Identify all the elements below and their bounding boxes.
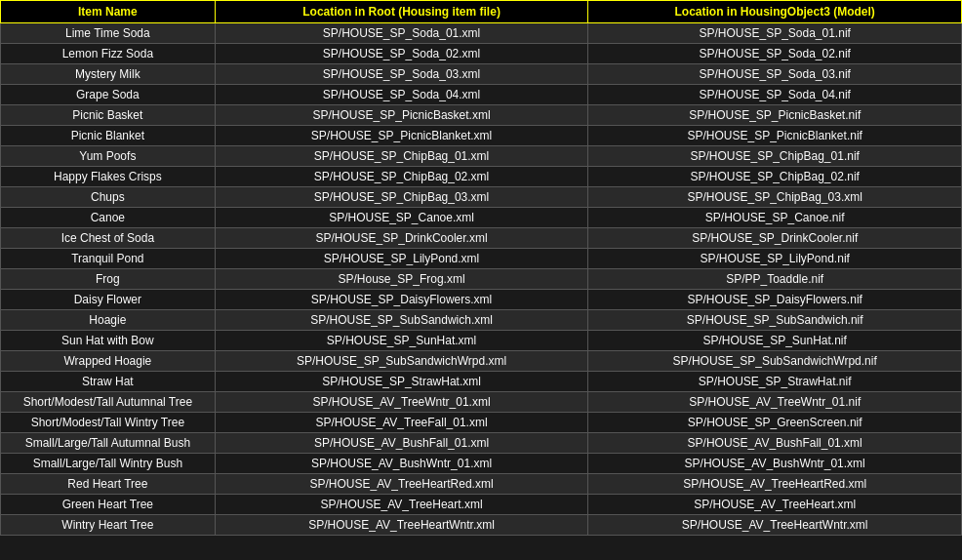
location-model-cell: SP/HOUSE_SP_ChipBag_01.nif <box>588 146 962 167</box>
table-row: Daisy FlowerSP/HOUSE_SP_DaisyFlowers.xml… <box>1 290 962 310</box>
location-model-cell: SP/HOUSE_SP_DrinkCooler.nif <box>588 228 962 249</box>
location-root-cell: SP/HOUSE_AV_TreeHeart.xml <box>215 495 588 515</box>
table-row: Wintry Heart TreeSP/HOUSE_AV_TreeHeartWn… <box>1 515 962 536</box>
item-name-cell: Canoe <box>1 208 216 228</box>
location-root-cell: SP/HOUSE_SP_PicnicBlanket.xml <box>215 126 588 146</box>
location-root-cell: SP/HOUSE_SP_DrinkCooler.xml <box>215 228 588 249</box>
location-root-cell: SP/HOUSE_AV_TreeHeartRed.xml <box>215 474 588 495</box>
table-row: Happy Flakes CrispsSP/HOUSE_SP_ChipBag_0… <box>1 167 962 187</box>
location-model-cell: SP/HOUSE_SP_SunHat.nif <box>588 331 962 351</box>
item-name-cell: Short/Modest/Tall Wintry Tree <box>1 413 216 433</box>
location-model-cell: SP/HOUSE_SP_Soda_03.nif <box>588 64 962 85</box>
item-name-cell: Wrapped Hoagie <box>1 351 216 372</box>
location-root-cell: SP/HOUSE_SP_PicnicBasket.xml <box>215 105 588 126</box>
location-root-cell: SP/HOUSE_SP_Soda_02.xml <box>215 44 588 64</box>
item-name-cell: Ice Chest of Soda <box>1 228 216 249</box>
table-row: Straw HatSP/HOUSE_SP_StrawHat.xmlSP/HOUS… <box>1 372 962 392</box>
item-name-cell: Mystery Milk <box>1 64 216 85</box>
item-name-cell: Tranquil Pond <box>1 249 216 269</box>
item-name-cell: Lime Time Soda <box>1 23 216 44</box>
table-row: Ice Chest of SodaSP/HOUSE_SP_DrinkCooler… <box>1 228 962 249</box>
item-name-cell: Grape Soda <box>1 85 216 105</box>
table-row: Green Heart TreeSP/HOUSE_AV_TreeHeart.xm… <box>1 495 962 515</box>
location-root-cell: SP/HOUSE_SP_Soda_04.xml <box>215 85 588 105</box>
table-row: Yum PoofsSP/HOUSE_SP_ChipBag_01.xmlSP/HO… <box>1 146 962 167</box>
item-name-cell: Yum Poofs <box>1 146 216 167</box>
table-row: Picnic BasketSP/HOUSE_SP_PicnicBasket.xm… <box>1 105 962 126</box>
table-row: Short/Modest/Tall Wintry TreeSP/HOUSE_AV… <box>1 413 962 433</box>
location-root-cell: SP/HOUSE_SP_Soda_03.xml <box>215 64 588 85</box>
table-row: Small/Large/Tall Wintry BushSP/HOUSE_AV_… <box>1 454 962 474</box>
location-model-cell: SP/HOUSE_AV_TreeHeart.xml <box>588 495 962 515</box>
location-root-cell: SP/HOUSE_SP_DaisyFlowers.xml <box>215 290 588 310</box>
location-model-cell: SP/HOUSE_SP_GreenScreen.nif <box>588 413 962 433</box>
table-row: Sun Hat with BowSP/HOUSE_SP_SunHat.xmlSP… <box>1 331 962 351</box>
table-row: Lime Time SodaSP/HOUSE_SP_Soda_01.xmlSP/… <box>1 23 962 44</box>
location-root-cell: SP/HOUSE_SP_SunHat.xml <box>215 331 588 351</box>
table-row: Grape SodaSP/HOUSE_SP_Soda_04.xmlSP/HOUS… <box>1 85 962 105</box>
location-root-cell: SP/HOUSE_SP_SubSandwichWrpd.xml <box>215 351 588 372</box>
item-name-cell: Wintry Heart Tree <box>1 515 216 536</box>
location-model-cell: SP/HOUSE_AV_BushFall_01.xml <box>588 433 962 454</box>
location-model-cell: SP/HOUSE_SP_Soda_04.nif <box>588 85 962 105</box>
item-name-cell: Hoagie <box>1 310 216 331</box>
location-model-cell: SP/HOUSE_SP_Soda_01.nif <box>588 23 962 44</box>
location-root-cell: SP/HOUSE_SP_StrawHat.xml <box>215 372 588 392</box>
item-name-cell: Small/Large/Tall Autumnal Bush <box>1 433 216 454</box>
location-model-cell: SP/HOUSE_AV_TreeWntr_01.nif <box>588 392 962 413</box>
location-model-cell: SP/HOUSE_AV_TreeHeartWntr.xml <box>588 515 962 536</box>
item-name-cell: Frog <box>1 269 216 290</box>
item-name-cell: Green Heart Tree <box>1 495 216 515</box>
location-model-cell: SP/HOUSE_SP_PicnicBlanket.nif <box>588 126 962 146</box>
location-model-cell: SP/HOUSE_SP_SubSandwich.nif <box>588 310 962 331</box>
location-root-cell: SP/House_SP_Frog.xml <box>215 269 588 290</box>
location-root-cell: SP/HOUSE_SP_LilyPond.xml <box>215 249 588 269</box>
location-model-cell: SP/HOUSE_SP_ChipBag_03.xml <box>588 187 962 208</box>
item-name-cell: Happy Flakes Crisps <box>1 167 216 187</box>
location-root-cell: SP/HOUSE_AV_BushWntr_01.xml <box>215 454 588 474</box>
table-row: Wrapped HoagieSP/HOUSE_SP_SubSandwichWrp… <box>1 351 962 372</box>
item-name-cell: Picnic Blanket <box>1 126 216 146</box>
table-row: Red Heart TreeSP/HOUSE_AV_TreeHeartRed.x… <box>1 474 962 495</box>
item-name-cell: Daisy Flower <box>1 290 216 310</box>
table-row: Small/Large/Tall Autumnal BushSP/HOUSE_A… <box>1 433 962 454</box>
location-model-cell: SP/HOUSE_SP_ChipBag_02.nif <box>588 167 962 187</box>
table-row: HoagieSP/HOUSE_SP_SubSandwich.xmlSP/HOUS… <box>1 310 962 331</box>
location-root-cell: SP/HOUSE_SP_ChipBag_03.xml <box>215 187 588 208</box>
location-root-cell: SP/HOUSE_SP_SubSandwich.xml <box>215 310 588 331</box>
item-name-cell: Chups <box>1 187 216 208</box>
location-model-cell: SP/HOUSE_AV_BushWntr_01.xml <box>588 454 962 474</box>
item-name-cell: Short/Modest/Tall Autumnal Tree <box>1 392 216 413</box>
location-model-cell: SP/HOUSE_SP_PicnicBasket.nif <box>588 105 962 126</box>
item-name-cell: Lemon Fizz Soda <box>1 44 216 64</box>
item-name-cell: Straw Hat <box>1 372 216 392</box>
item-name-cell: Small/Large/Tall Wintry Bush <box>1 454 216 474</box>
location-root-cell: SP/HOUSE_AV_TreeWntr_01.xml <box>215 392 588 413</box>
location-root-cell: SP/HOUSE_SP_Canoe.xml <box>215 208 588 228</box>
table-row: Short/Modest/Tall Autumnal TreeSP/HOUSE_… <box>1 392 962 413</box>
header-location-root: Location in Root (Housing item file) <box>215 1 588 23</box>
location-model-cell: SP/PP_Toaddle.nif <box>588 269 962 290</box>
item-name-cell: Picnic Basket <box>1 105 216 126</box>
table-row: ChupsSP/HOUSE_SP_ChipBag_03.xmlSP/HOUSE_… <box>1 187 962 208</box>
location-root-cell: SP/HOUSE_SP_ChipBag_01.xml <box>215 146 588 167</box>
location-model-cell: SP/HOUSE_SP_Soda_02.nif <box>588 44 962 64</box>
location-model-cell: SP/HOUSE_SP_SubSandwichWrpd.nif <box>588 351 962 372</box>
table-row: FrogSP/House_SP_Frog.xmlSP/PP_Toaddle.ni… <box>1 269 962 290</box>
location-model-cell: SP/HOUSE_SP_LilyPond.nif <box>588 249 962 269</box>
item-name-cell: Sun Hat with Bow <box>1 331 216 351</box>
location-root-cell: SP/HOUSE_SP_Soda_01.xml <box>215 23 588 44</box>
header-item-name: Item Name <box>1 1 216 23</box>
location-model-cell: SP/HOUSE_AV_TreeHeartRed.xml <box>588 474 962 495</box>
location-root-cell: SP/HOUSE_AV_BushFall_01.xml <box>215 433 588 454</box>
location-root-cell: SP/HOUSE_AV_TreeFall_01.xml <box>215 413 588 433</box>
table-row: CanoeSP/HOUSE_SP_Canoe.xmlSP/HOUSE_SP_Ca… <box>1 208 962 228</box>
location-model-cell: SP/HOUSE_SP_StrawHat.nif <box>588 372 962 392</box>
item-name-cell: Red Heart Tree <box>1 474 216 495</box>
header-location-model: Location in HousingObject3 (Model) <box>588 1 962 23</box>
table-row: Lemon Fizz SodaSP/HOUSE_SP_Soda_02.xmlSP… <box>1 44 962 64</box>
table-row: Picnic BlanketSP/HOUSE_SP_PicnicBlanket.… <box>1 126 962 146</box>
location-root-cell: SP/HOUSE_AV_TreeHeartWntr.xml <box>215 515 588 536</box>
table-row: Mystery MilkSP/HOUSE_SP_Soda_03.xmlSP/HO… <box>1 64 962 85</box>
item-table: Item Name Location in Root (Housing item… <box>0 0 962 536</box>
